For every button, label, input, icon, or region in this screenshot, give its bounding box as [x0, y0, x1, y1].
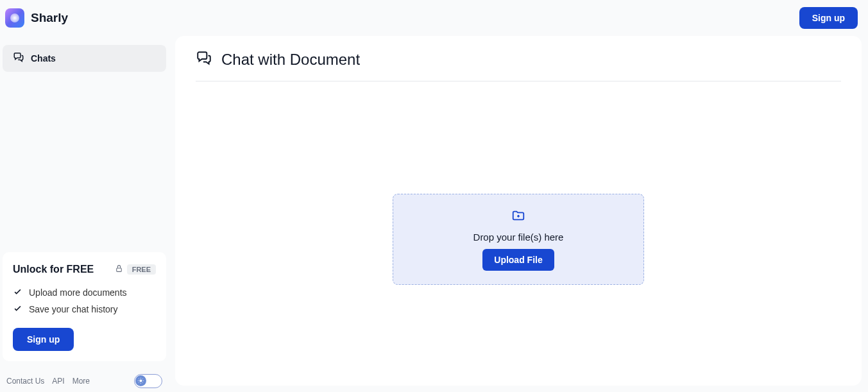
content: Chat with Document Drop your file(s) her…	[175, 36, 862, 386]
check-icon	[13, 287, 22, 298]
page-title: Chat with Document	[221, 51, 360, 69]
footer-link-contact[interactable]: Contact Us	[6, 377, 44, 386]
sidebar-nav: Chats	[0, 36, 169, 72]
brand-name: Sharly	[31, 11, 68, 25]
header: Sharly Sign up	[0, 0, 868, 36]
promo-badge: FREE	[115, 264, 156, 275]
content-header: Chat with Document	[196, 50, 841, 81]
upload-dropzone[interactable]: Drop your file(s) here Upload File	[393, 194, 644, 285]
svg-rect-0	[116, 268, 121, 271]
svg-point-1	[140, 379, 142, 382]
promo-card: Unlock for FREE FREE Uploa	[3, 252, 166, 361]
promo-feature-text: Save your chat history	[29, 304, 118, 314]
folder-add-icon	[511, 209, 526, 225]
sidebar-spacer	[0, 72, 169, 252]
main-container: Chats Unlock for FREE FREE	[0, 36, 868, 392]
free-badge: FREE	[127, 264, 156, 275]
sidebar-item-label: Chats	[31, 53, 56, 64]
chat-icon	[196, 50, 212, 69]
upload-drop-text: Drop your file(s) here	[473, 232, 564, 243]
upload-area-wrapper: Drop your file(s) here Upload File	[196, 81, 841, 371]
promo-feature-item: Upload more documents	[13, 284, 156, 301]
check-icon	[13, 303, 22, 315]
footer-links: Contact Us API More	[6, 377, 90, 386]
promo-title: Unlock for FREE	[13, 264, 94, 275]
sun-icon	[137, 375, 144, 387]
footer-link-api[interactable]: API	[52, 377, 64, 386]
theme-toggle[interactable]	[134, 374, 162, 388]
upload-file-button[interactable]: Upload File	[482, 249, 554, 271]
signup-button-header[interactable]: Sign up	[799, 7, 858, 29]
sidebar-footer: Contact Us API More	[0, 368, 169, 392]
signup-button-promo[interactable]: Sign up	[13, 328, 74, 351]
chat-icon	[13, 51, 24, 65]
promo-feature-text: Upload more documents	[29, 287, 127, 298]
footer-link-more[interactable]: More	[72, 377, 90, 386]
brand[interactable]: Sharly	[5, 8, 68, 28]
promo-header: Unlock for FREE FREE	[13, 264, 156, 275]
promo-feature-item: Save your chat history	[13, 301, 156, 318]
sidebar-item-chats[interactable]: Chats	[3, 45, 166, 72]
theme-toggle-knob	[135, 375, 146, 386]
promo-features: Upload more documents Save your chat his…	[13, 284, 156, 318]
logo-icon	[5, 8, 24, 28]
sidebar: Chats Unlock for FREE FREE	[0, 36, 169, 392]
lock-icon	[115, 264, 123, 275]
